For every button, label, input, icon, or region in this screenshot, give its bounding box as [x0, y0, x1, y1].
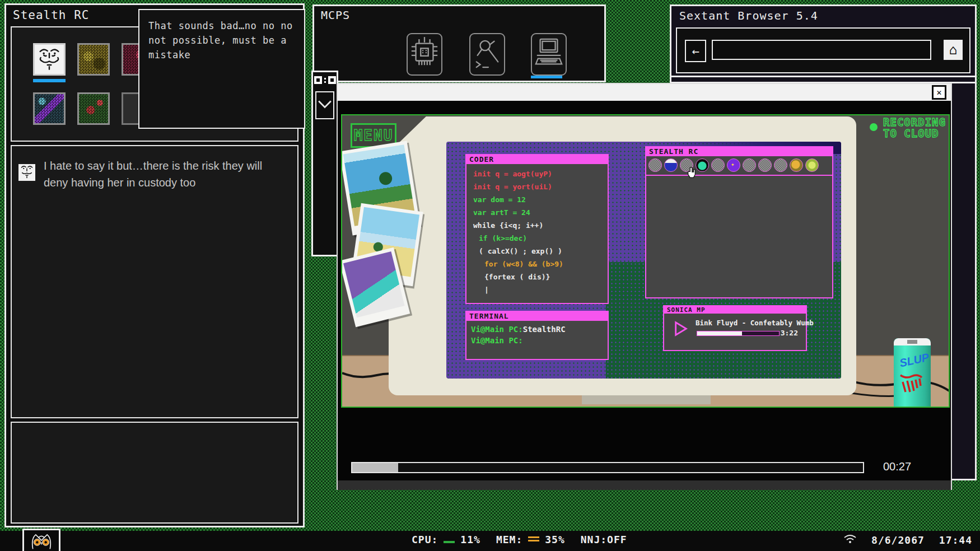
url-input[interactable] — [712, 40, 931, 60]
code-line: init q = yort(uiL) — [473, 180, 608, 193]
gavel-tool-button[interactable] — [469, 33, 505, 76]
soda-can-label: SLUP — [898, 351, 930, 370]
play-icon — [673, 328, 689, 339]
video-bottom-strip — [338, 480, 951, 490]
code-line: while {i<q; i++) — [473, 219, 608, 232]
code-line: var dom = 12 — [473, 193, 608, 206]
back-button[interactable]: ← — [685, 40, 706, 62]
mem-label: MEM: — [496, 534, 522, 545]
chat-message-avatar — [18, 164, 35, 181]
hand-cursor-icon — [687, 166, 697, 182]
code-line: {fortex ( dis)} — [484, 270, 608, 283]
in-video-stealth-rc-title: STEALTH RC — [646, 147, 832, 156]
code-line: ( calcX() ; exp() ) — [479, 245, 608, 258]
back-arrow-icon: ← — [692, 44, 699, 58]
soda-can: SLUP — [894, 338, 931, 408]
terminal-lines: Vi@Main PC:StealthRCVi@Main PC: — [466, 321, 608, 346]
notification-popup: That sounds bad…no no no not possible, m… — [138, 9, 305, 129]
video-progress-fill — [352, 463, 398, 472]
system-status: CPU:11% MEM:35% NNJ:OFF — [412, 534, 627, 545]
in-video-stealth-rc-panel: STEALTH RC — [645, 146, 833, 298]
nnj-status: NNJ:OFF — [581, 534, 627, 545]
owl-icon — [26, 531, 57, 551]
panel-avatar-alien[interactable] — [696, 158, 709, 172]
laptop-icon — [534, 35, 564, 74]
bot-glasses-icon[interactable] — [313, 76, 337, 84]
play-button[interactable] — [673, 321, 689, 339]
system-time: 17:44 — [939, 534, 972, 546]
recording-indicator: RECORDING TO CLOUD — [870, 116, 946, 139]
coder-panel-title: CODER — [466, 155, 608, 164]
code-line: if (k>=dec) — [479, 232, 608, 245]
panel-avatar-sparkle[interactable] — [727, 158, 740, 172]
browser-window-title: Sextant Browser 5.4 — [671, 6, 975, 25]
panel-avatar-dither[interactable] — [711, 158, 725, 172]
track-duration: 3:22 — [781, 329, 798, 337]
panel-avatar-dither[interactable] — [758, 158, 772, 172]
avatar-tile-2[interactable] — [77, 43, 110, 76]
video-titlebar[interactable]: ✕ — [338, 84, 951, 101]
menu-button-label: MENU — [354, 127, 394, 144]
browser-divider — [671, 76, 975, 83]
owl-start-button[interactable] — [22, 529, 60, 551]
wifi-icon — [843, 534, 857, 546]
chat-message-text: I hate to say it but…there is the risk t… — [44, 157, 286, 191]
terminal-line: Vi@Main PC:StealthRC — [471, 324, 608, 335]
track-title: Bink Fluyd - Confetably Wumb — [696, 319, 803, 327]
mem-graph-icon — [528, 536, 539, 543]
home-icon: ⌂ — [949, 42, 957, 58]
avatar-tile-5[interactable] — [77, 92, 110, 125]
home-button[interactable]: ⌂ — [944, 40, 963, 60]
clock-area: 8/6/2067 17:44 — [843, 534, 972, 546]
code-line: | — [484, 283, 608, 296]
player-progress-fill — [697, 331, 742, 335]
mem-value: 35% — [545, 534, 565, 545]
panel-avatar-dither[interactable] — [743, 158, 756, 172]
coder-lines: init q = aogt(uyP)init q = yort(uiL)var … — [466, 164, 608, 296]
avatar-tile-mask[interactable] — [33, 43, 66, 76]
code-line: for (w<8) && (b>9) — [484, 258, 608, 270]
mcps-window-title: MCPS — [314, 6, 604, 24]
cpu-value: 11% — [460, 534, 480, 545]
close-button[interactable]: ✕ — [932, 85, 946, 100]
system-date: 8/6/2067 — [871, 534, 925, 546]
side-toolbar — [311, 71, 338, 256]
recording-label-line1: RECORDING — [883, 116, 946, 128]
recording-label-line2: TO CLOUD — [883, 128, 946, 139]
gavel-icon — [472, 35, 502, 74]
video-timestamp: 00:27 — [883, 460, 911, 473]
browser-toolbar: ← ⌂ — [676, 27, 970, 73]
laptop-tool-button[interactable] — [531, 33, 567, 76]
selected-tool-underline — [531, 76, 562, 78]
panel-avatar-orange[interactable] — [790, 158, 803, 172]
code-line: init q = aogt(uyP) — [473, 167, 608, 180]
panel-avatar-lime[interactable] — [805, 158, 819, 172]
guy-fawkes-mask-icon — [20, 164, 34, 181]
cpu-graph-icon — [444, 536, 455, 543]
monitor-screen: CODER init q = aogt(uyP)init q = yort(ui… — [446, 142, 841, 379]
chip-tool-button[interactable] — [407, 33, 442, 76]
terminal-panel-title: TERMINAL — [466, 312, 608, 321]
collapse-button[interactable] — [315, 91, 334, 119]
cpu-label: CPU: — [412, 534, 438, 545]
notification-popup-text: That sounds bad…no no no not possible, m… — [139, 10, 304, 71]
coder-panel: CODER init q = aogt(uyP)init q = yort(ui… — [465, 154, 609, 304]
terminal-line: Vi@Main PC: — [471, 335, 608, 346]
music-player-panel: SONICA MP Bink Fluyd - Confetably Wumb 3… — [663, 305, 807, 351]
terminal-panel: TERMINAL Vi@Main PC:StealthRCVi@Main PC: — [465, 311, 609, 360]
panel-avatar-sailor[interactable] — [664, 158, 678, 172]
player-progress-bar[interactable] — [697, 331, 780, 336]
chevron-down-icon — [318, 100, 332, 111]
avatar-tile-4[interactable] — [33, 92, 66, 125]
panel-avatar-dither[interactable] — [774, 158, 787, 172]
chip-icon — [409, 35, 440, 74]
input-panel[interactable] — [11, 422, 298, 524]
video-frame[interactable]: CODER init q = aogt(uyP)init q = yort(ui… — [341, 114, 950, 408]
video-progress-bar[interactable] — [351, 462, 864, 473]
close-icon: ✕ — [936, 87, 941, 97]
panel-avatar-dither[interactable] — [648, 158, 662, 172]
music-player-title: SONICA MP — [664, 306, 806, 314]
recording-dot-icon — [870, 123, 878, 131]
panel-avatar-row — [646, 156, 832, 176]
guy-fawkes-mask-icon — [37, 45, 62, 74]
